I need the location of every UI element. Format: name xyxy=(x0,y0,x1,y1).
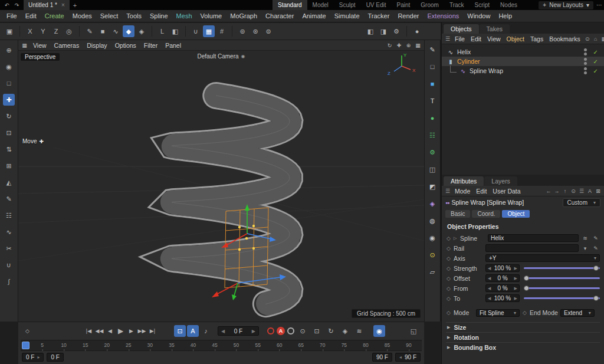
om-menu-file[interactable]: File xyxy=(452,35,468,43)
default-material-icon[interactable]: ● xyxy=(411,25,423,37)
range-end-field[interactable]: ◂ 90 F xyxy=(395,353,421,362)
hamburger-icon[interactable]: ☰ xyxy=(444,187,452,195)
marker-icon[interactable]: ◇ xyxy=(23,327,32,336)
render-picture-viewer-icon[interactable]: ◨ xyxy=(378,25,389,37)
instance-icon[interactable]: ⊚ xyxy=(237,25,248,37)
create-deformer-icon[interactable]: ◈ xyxy=(426,198,438,209)
chevron-down-icon[interactable]: ▾ xyxy=(581,244,589,252)
create-mograph-icon[interactable]: ⚙ xyxy=(426,146,438,158)
render-view-icon[interactable]: ◧ xyxy=(365,25,376,37)
enabled-check-icon[interactable]: ✓ xyxy=(593,68,598,74)
expand-icon[interactable]: ▷ xyxy=(454,236,458,241)
maximize-timeline-icon[interactable]: ◱ xyxy=(408,325,419,337)
slider-knob[interactable] xyxy=(593,296,599,301)
anim-dot-icon[interactable]: ◇ xyxy=(446,286,451,291)
pick-object-icon[interactable]: ✎ xyxy=(592,244,600,252)
section-bounding-box[interactable]: ▶ Bounding Box xyxy=(446,342,600,352)
goto-end-icon[interactable]: ▶| xyxy=(147,325,157,337)
layout-tab-track[interactable]: Track xyxy=(444,0,470,10)
viewport[interactable]: ▦ View Cameras Display Options Filter Pa… xyxy=(18,40,424,322)
range-prev-icon[interactable]: ◂ xyxy=(399,355,402,360)
stepper-down-icon[interactable]: ◀ xyxy=(488,266,491,271)
close-tab-icon[interactable]: × xyxy=(61,2,65,8)
modeling-axis-icon[interactable]: ▣ xyxy=(4,25,15,37)
timeline-ruler[interactable]: 51015202530354045505560657075808590 xyxy=(21,340,422,351)
lock-icon[interactable]: ⊠ xyxy=(594,187,602,195)
create-text-icon[interactable]: T xyxy=(426,95,438,107)
vp-menu-cameras[interactable]: Cameras xyxy=(51,41,83,50)
overflow-icon[interactable]: ⋯ xyxy=(596,2,602,8)
axis-dropdown[interactable]: +Y ▾ xyxy=(485,254,600,262)
from-value[interactable]: 0 % xyxy=(497,285,507,291)
collapse-arrow-icon[interactable]: ▶ xyxy=(447,345,450,350)
create-camera-icon[interactable]: ◉ xyxy=(426,232,438,244)
document-tab[interactable]: Untitled 1 * × xyxy=(24,0,70,10)
tree-row-spline-wrap[interactable]: ∿ Spline Wrap ✓ xyxy=(442,66,604,76)
slider-knob[interactable] xyxy=(524,276,529,281)
collapse-arrow-icon[interactable]: ▶ xyxy=(447,325,450,330)
offset-slider[interactable] xyxy=(524,274,600,282)
anim-dot-icon[interactable]: ◇ xyxy=(446,245,451,251)
to-value[interactable]: 100 % xyxy=(494,295,511,301)
stepper-up-icon[interactable]: ▶ xyxy=(514,286,517,291)
am-menu-userdata[interactable]: User Data xyxy=(490,187,523,195)
spline-pen-icon[interactable]: ✎ xyxy=(84,25,96,37)
stepper-down-icon[interactable]: ◀ xyxy=(488,286,491,291)
range-end-value[interactable]: 90 F xyxy=(405,354,416,360)
play-icon[interactable]: ▶ xyxy=(116,325,126,337)
menu-volume[interactable]: Volume xyxy=(196,11,226,21)
new-tab-icon[interactable]: + xyxy=(70,2,80,9)
prev-key-icon[interactable]: ◀◀ xyxy=(94,325,104,337)
axis-modification-tool-icon[interactable]: ⇅ xyxy=(3,143,15,155)
zoom-tool-icon[interactable]: ⊕ xyxy=(3,44,15,56)
om-menu-bookmarks[interactable]: Bookmarks xyxy=(546,35,583,43)
volume-builder-icon[interactable]: ◆ xyxy=(123,25,134,37)
frame-up-icon[interactable]: ▶ xyxy=(252,329,255,334)
redo-icon[interactable]: ↷ xyxy=(12,1,21,9)
axis-workplane-icon[interactable]: L xyxy=(156,25,168,37)
preview-end-field[interactable]: 90 F xyxy=(372,353,392,362)
menu-mograph[interactable]: MoGraph xyxy=(226,11,261,21)
home-icon[interactable]: ⌂ xyxy=(592,35,600,43)
preview-start-value[interactable]: 0 F xyxy=(51,354,59,360)
paint-tool-icon[interactable]: ✎ xyxy=(3,193,15,205)
playhead[interactable] xyxy=(22,342,29,349)
lock-y-icon[interactable]: Y xyxy=(37,25,49,37)
preview-end-value[interactable]: 90 F xyxy=(376,354,388,360)
current-frame-field[interactable]: ◀ 0 F ▶ xyxy=(218,326,259,336)
create-volume-icon[interactable]: ◫ xyxy=(426,163,438,175)
spline-link-input[interactable]: Helix xyxy=(488,234,579,242)
tab-basic[interactable]: Basic xyxy=(445,210,470,218)
toggle-views-icon[interactable]: ▦ xyxy=(413,41,422,50)
coordinate-transfer-tool-icon[interactable]: ⊞ xyxy=(3,160,15,172)
anim-dot-icon[interactable]: ◇ xyxy=(446,310,451,316)
search-icon[interactable]: ⊙ xyxy=(569,187,577,195)
pan-icon[interactable]: ✚ xyxy=(395,41,403,50)
strength-value[interactable]: 100 % xyxy=(494,265,511,271)
search-icon[interactable]: ⊙ xyxy=(583,35,592,43)
prev-frame-icon[interactable]: ◀ xyxy=(105,325,115,337)
current-frame-value[interactable]: 0 F xyxy=(234,328,242,335)
move-tool-icon[interactable]: ✚ xyxy=(3,94,15,106)
record-scale-icon[interactable]: ⊡ xyxy=(311,325,323,337)
menu-extensions[interactable]: Extensions xyxy=(423,11,463,21)
anim-dot-icon[interactable]: ◇ xyxy=(446,296,451,301)
snap-icon[interactable]: ∪ xyxy=(190,25,202,37)
om-menu-tags[interactable]: Tags xyxy=(527,35,546,43)
visibility-dots-icon[interactable] xyxy=(584,48,587,55)
rotate-tool-icon[interactable]: ↻ xyxy=(3,110,15,122)
grid-snap-icon[interactable]: ▦ xyxy=(203,25,215,37)
forward-icon[interactable]: → xyxy=(553,187,561,195)
tab-coord[interactable]: Coord. xyxy=(472,210,500,218)
spline-preview-icon[interactable]: ≋ xyxy=(581,234,589,242)
rectangle-selection-tool-icon[interactable]: □ xyxy=(3,77,15,89)
create-pen-icon[interactable]: ✎ xyxy=(426,44,438,55)
layout-tab-model[interactable]: Model xyxy=(307,0,334,10)
enabled-check-icon[interactable]: ✓ xyxy=(593,58,598,65)
range-start-value[interactable]: 0 F xyxy=(26,354,34,360)
mode-dropdown[interactable]: Fit Spline ▾ xyxy=(476,309,520,317)
menu-modes[interactable]: Modes xyxy=(68,11,96,21)
menu-mesh[interactable]: Mesh xyxy=(172,11,196,21)
keyframe-selection-icon[interactable] xyxy=(287,327,294,335)
from-slider[interactable] xyxy=(524,284,600,292)
